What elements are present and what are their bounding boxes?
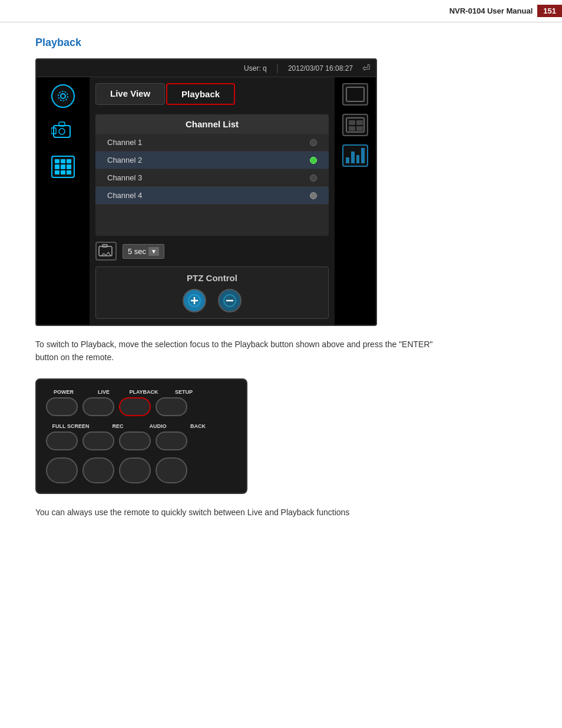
page-number: 151	[537, 5, 562, 17]
nvr-icon-settings[interactable]	[50, 83, 76, 109]
remote-control: POWER LIVE PLAYBACK SETUP FULL SCREEN RE…	[35, 378, 247, 494]
label-rec: REC	[100, 423, 135, 429]
remote-row1-buttons	[46, 397, 237, 416]
remote-fullscreen-button[interactable]	[46, 431, 78, 450]
ptz-plus-button[interactable]	[183, 289, 206, 312]
label-power: POWER	[46, 389, 81, 395]
label-live: LIVE	[86, 389, 121, 395]
remote-back-button[interactable]	[156, 431, 187, 450]
label-playback: PLAYBACK	[126, 389, 161, 395]
channel-3-name: Channel 3	[107, 173, 142, 182]
time-dropdown[interactable]: 5 sec ▼	[123, 244, 164, 259]
right-icon-chart[interactable]	[342, 144, 368, 167]
svg-point-5	[59, 129, 65, 134]
ptz-title: PTZ Control	[102, 273, 322, 283]
remote-nav-btn-4[interactable]	[156, 457, 187, 483]
nvr-icon-camera[interactable]	[50, 118, 76, 144]
svg-rect-13	[346, 87, 364, 101]
remote-nav-btn-2[interactable]	[82, 457, 114, 483]
dropdown-arrow-icon: ▼	[148, 247, 159, 256]
label-audio: AUDIO	[140, 423, 176, 429]
chart-bar-4	[361, 148, 365, 163]
right-icon-single-view[interactable]	[342, 83, 368, 106]
remote-rec-button[interactable]	[82, 431, 114, 450]
page-header: NVR-0104 User Manual 151	[0, 0, 562, 22]
remote-live-button[interactable]	[82, 397, 114, 416]
nvr-main-layout: Live View Playback Channel List Channel …	[37, 77, 376, 325]
nvr-back-icon[interactable]: ⏎	[362, 62, 370, 74]
remote-row1-labels: POWER LIVE PLAYBACK SETUP	[46, 389, 237, 395]
remote-setup-button[interactable]	[156, 397, 187, 416]
chart-bar-1	[346, 157, 349, 163]
channel-row-2[interactable]: Channel 2	[95, 151, 329, 169]
tab-live-view[interactable]: Live View	[95, 83, 165, 105]
channel-row-4[interactable]: Channel 4	[95, 187, 329, 205]
channel-4-status	[310, 192, 317, 199]
chart-bar-2	[351, 151, 355, 163]
nvr-center-panel: Live View Playback Channel List Channel …	[90, 77, 335, 325]
label-setup: SETUP	[166, 389, 201, 395]
channel-2-name: Channel 2	[107, 156, 142, 164]
svg-point-0	[61, 94, 65, 98]
remote-row3-buttons	[46, 457, 237, 483]
dropdown-value: 5 sec	[128, 247, 146, 256]
nvr-screenshot: User: q | 2012/03/07 16:08:27 ⏎	[35, 58, 377, 326]
label-fullscreen: FULL SCREEN	[46, 423, 95, 429]
channel-list-title: Channel List	[95, 114, 329, 134]
remote-nav-btn-3[interactable]	[119, 457, 151, 483]
svg-point-1	[58, 91, 68, 101]
nvr-topbar: User: q | 2012/03/07 16:08:27 ⏎	[37, 60, 376, 77]
remote-nav-btn-1[interactable]	[46, 457, 78, 483]
svg-rect-18	[356, 126, 363, 131]
svg-rect-16	[356, 120, 363, 125]
remote-row2-labels: FULL SCREEN REC AUDIO BACK	[46, 423, 237, 429]
channel-row-3[interactable]: Channel 3	[95, 169, 329, 187]
nvr-left-panel	[37, 77, 90, 325]
tab-playback[interactable]: Playback	[166, 83, 235, 105]
svg-rect-7	[103, 245, 107, 247]
ptz-minus-button[interactable]	[218, 289, 242, 312]
ptz-buttons	[102, 289, 322, 312]
nvr-icon-grid[interactable]	[50, 154, 76, 180]
grid-icon	[51, 156, 75, 178]
channel-4-name: Channel 4	[107, 191, 142, 200]
svg-rect-17	[349, 126, 355, 131]
label-back: BACK	[180, 423, 216, 429]
description-2: You can always use the remote to quickly…	[35, 506, 448, 519]
channel-3-status	[310, 174, 317, 182]
remote-playback-button[interactable]	[119, 397, 151, 416]
channel-1-status	[310, 139, 317, 146]
nvr-tabs: Live View Playback	[95, 83, 329, 105]
channel-row-1[interactable]: Channel 1	[95, 134, 329, 151]
ptz-control: PTZ Control	[95, 266, 329, 319]
right-icon-quad-view[interactable]	[342, 114, 368, 136]
remote-row2-buttons	[46, 431, 237, 450]
bottom-controls: 5 sec ▼	[95, 242, 329, 261]
svg-rect-15	[349, 120, 355, 125]
section-title: Playback	[35, 37, 527, 49]
manual-title: NVR-0104 User Manual	[449, 6, 533, 15]
nvr-right-panel	[335, 77, 376, 325]
channel-2-status	[310, 157, 317, 164]
remote-audio-button[interactable]	[119, 431, 151, 450]
nvr-datetime: 2012/03/07 16:08:27	[288, 64, 353, 73]
description-1: To switch to Playback, move the selectio…	[35, 338, 448, 364]
remote-power-button[interactable]	[46, 397, 78, 416]
chart-bar-3	[356, 155, 360, 163]
channel-1-name: Channel 1	[107, 138, 142, 147]
snapshot-icon[interactable]	[95, 242, 117, 261]
content-area: Playback User: q | 2012/03/07 16:08:27 ⏎	[0, 22, 562, 533]
settings-icon	[51, 84, 75, 108]
channel-list: Channel List Channel 1 Channel 2 Channel…	[95, 114, 329, 236]
nvr-user: User: q	[244, 64, 267, 73]
